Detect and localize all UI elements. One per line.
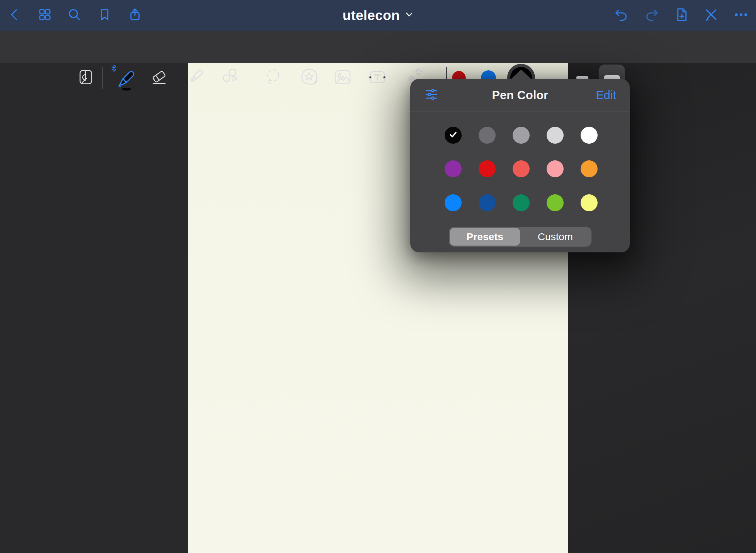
swatch-gray[interactable] [513, 127, 530, 144]
text-box-icon [367, 67, 387, 88]
popover-title: Pen Color [492, 88, 548, 102]
highlighter-icon [186, 67, 205, 88]
tab-presets[interactable]: Presets [450, 228, 520, 246]
share-up-arrow-icon [127, 7, 143, 24]
swatch-light-gray[interactable] [547, 127, 564, 144]
lasso-tool[interactable] [263, 67, 285, 89]
swatch-dark-blue[interactable] [479, 194, 496, 211]
sliders-icon [425, 96, 438, 102]
panel-icon [76, 67, 96, 88]
thickness-thin[interactable] [546, 77, 558, 79]
stop-editing-button[interactable] [702, 6, 721, 25]
pen-settings-button[interactable] [425, 88, 438, 103]
swatch-red[interactable] [479, 160, 496, 177]
shapes-tool[interactable] [220, 67, 241, 89]
undo-arrow-icon [613, 7, 629, 24]
presets-custom-segmented-control: Presets Custom [449, 227, 591, 247]
top-navigation-bar: utelecon [0, 0, 756, 31]
pages-overview-button[interactable] [35, 6, 54, 25]
eraser-tool[interactable] [148, 67, 170, 89]
swatch-blue[interactable] [445, 194, 462, 211]
chevron-down-icon [405, 12, 413, 19]
swatch-orange[interactable] [581, 160, 598, 177]
lasso-icon [264, 67, 284, 88]
star-sticker-icon [299, 67, 319, 88]
drawing-toolbar [0, 31, 756, 63]
swatch-dark-gray[interactable] [479, 127, 496, 144]
swatch-teal-green[interactable] [513, 194, 530, 211]
image-tool[interactable] [332, 67, 354, 89]
bookmark-icon [97, 7, 113, 24]
popover-header: Pen Color Edit [410, 79, 630, 111]
app-screen: utelecon [0, 0, 756, 553]
swatch-white[interactable] [581, 127, 598, 144]
chevron-left-icon [7, 7, 22, 24]
zoom-window-tool[interactable] [75, 67, 97, 89]
highlighter-tool[interactable] [185, 67, 206, 89]
bookmark-button[interactable] [95, 6, 114, 25]
fountain-pen-icon [114, 69, 137, 93]
document-title: utelecon [343, 8, 400, 23]
tab-custom[interactable]: Custom [520, 228, 590, 246]
toolbar-separator [102, 67, 103, 89]
search-button[interactable] [65, 6, 84, 25]
text-tool[interactable] [366, 67, 388, 89]
back-button[interactable] [5, 6, 24, 25]
swatch-black-selected[interactable] [445, 127, 462, 144]
swatch-yellow[interactable] [581, 194, 598, 211]
pen-tool-selected[interactable] [109, 64, 139, 93]
edit-button[interactable]: Edit [596, 88, 616, 102]
undo-button[interactable] [612, 6, 631, 25]
stickers-tool[interactable] [298, 67, 320, 89]
pen-crossed-icon [703, 7, 719, 24]
magnifier-icon [67, 7, 82, 24]
check-icon [448, 130, 458, 141]
ellipsis-icon [733, 7, 749, 24]
redo-arrow-icon [644, 7, 660, 24]
photo-icon [333, 67, 353, 88]
pen-color-popover: Pen Color Edit Presets Custom [410, 79, 630, 252]
document-plus-icon [674, 7, 689, 24]
share-button[interactable] [125, 6, 144, 25]
swatch-green[interactable] [547, 194, 564, 211]
redo-button[interactable] [642, 6, 662, 25]
swatch-pink[interactable] [547, 160, 564, 177]
add-page-button[interactable] [672, 6, 691, 25]
shapes-icon [221, 67, 240, 88]
more-button[interactable] [732, 6, 751, 25]
swatch-purple[interactable] [445, 160, 462, 177]
swatch-coral-red[interactable] [513, 160, 530, 177]
document-title-button[interactable]: utelecon [343, 8, 413, 23]
eraser-icon [149, 67, 169, 88]
grid-icon [37, 7, 53, 24]
